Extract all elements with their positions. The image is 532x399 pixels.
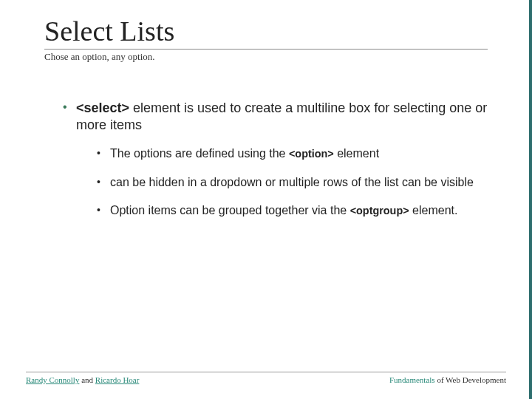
sub1-a: The options are defined using the [110,147,289,160]
author-1: Randy Connolly [26,375,79,384]
main-bullet-list: <select> element is used to create a mul… [44,100,488,219]
footer-right: Fundamentals of Web Development [389,375,506,384]
main-bullet-1: <select> element is used to create a mul… [63,100,488,219]
sub-bullet-3: Option items can be grouped together via… [97,203,488,219]
code-option: <option> [289,148,334,160]
sub-bullet-list: The options are defined using the <optio… [76,146,488,219]
footer-and: and [79,375,95,384]
code-select: <select> [76,100,129,115]
main-bullet-1-text: element is used to create a multiline bo… [76,100,487,132]
sub3-c: element. [409,204,458,216]
slide-footer: Randy Connolly and Ricardo Hoar Fundamen… [26,372,506,384]
book-title-a: Fundamentals [389,375,435,384]
book-title-b: of Web Development [435,375,506,384]
author-2: Ricardo Hoar [95,375,140,384]
sub-bullet-1: The options are defined using the <optio… [97,146,488,162]
right-accent-bar [529,0,532,399]
code-optgroup: <optgroup> [350,205,409,216]
slide-content: Select Lists Chose an option, any option… [0,0,532,219]
footer-left: Randy Connolly and Ricardo Hoar [26,375,139,384]
slide-title: Select Lists [44,15,488,50]
sub3-a: Option items can be grouped together via… [110,204,350,216]
sub-bullet-2: can be hidden in a dropdown or multiple … [97,175,488,191]
sub1-c: element [334,147,379,160]
slide-subtitle: Chose an option, any option. [44,51,488,63]
